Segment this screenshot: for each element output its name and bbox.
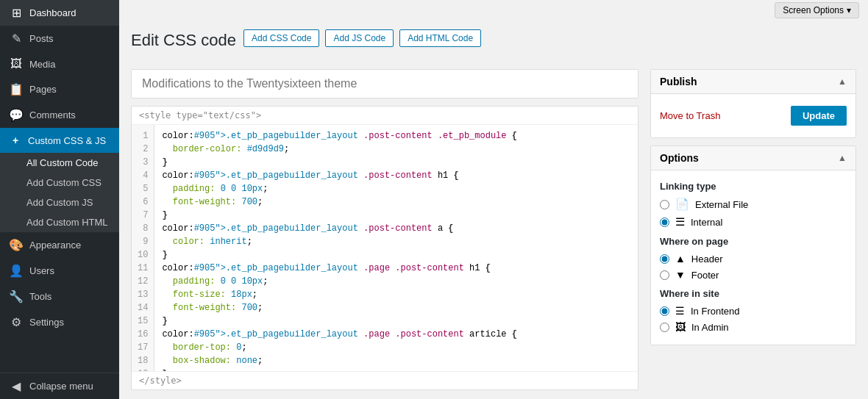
sidebar-item-dashboard[interactable]: ⊞ Dashboard <box>0 0 119 26</box>
add-html-button[interactable]: Add HTML Code <box>399 29 481 47</box>
collapse-icon: ◀ <box>9 379 24 393</box>
options-panel-body: Linking type 📄 External File ☰ Internal … <box>651 170 855 345</box>
sidebar-item-custom-css-js[interactable]: + Custom CSS & JS <box>0 128 119 153</box>
external-file-radio[interactable] <box>660 200 669 209</box>
sidebar-item-add-custom-html[interactable]: Add Custom HTML <box>0 212 119 232</box>
footer-icon: ▼ <box>675 269 686 281</box>
in-frontend-radio[interactable] <box>660 306 669 316</box>
header-label-text[interactable]: Header <box>691 254 723 265</box>
footer-row: ▼ Footer <box>660 269 847 281</box>
posts-icon: ✎ <box>9 32 24 46</box>
sidebar-item-label: Dashboard <box>29 7 77 18</box>
options-title: Options <box>660 152 699 164</box>
sidebar-item-tools[interactable]: 🔧 Tools <box>0 284 119 309</box>
options-arrow-icon: ▲ <box>838 153 847 163</box>
post-title-input[interactable] <box>131 69 638 98</box>
add-custom-html-label: Add Custom HTML <box>26 217 108 228</box>
sidebar-item-label: Comments <box>29 109 76 121</box>
code-body[interactable]: 123456789101112131415161718192021 color:… <box>132 125 638 371</box>
in-frontend-label-text[interactable]: In Frontend <box>691 306 740 317</box>
sidebar: ⊞ Dashboard ✎ Posts 🖼 Media 📋 Pages 💬 Co… <box>0 0 119 399</box>
where-on-page-label: Where on page <box>660 236 847 247</box>
add-css-button[interactable]: Add CSS Code <box>243 29 319 47</box>
internal-icon: ☰ <box>675 215 685 229</box>
header-icon: ▲ <box>675 253 686 265</box>
external-file-label-text[interactable]: External File <box>695 199 748 210</box>
sidebar-item-label: Pages <box>29 84 57 95</box>
publish-panel-header: Publish ▲ <box>651 70 855 94</box>
sidebar-item-all-custom-code[interactable]: All Custom Code <box>0 153 119 173</box>
chevron-down-icon: ▾ <box>847 5 851 15</box>
sidebar-item-label: Users <box>29 265 54 276</box>
internal-radio[interactable] <box>660 218 669 227</box>
internal-label-text[interactable]: Internal <box>691 217 722 228</box>
code-style-open-tag: <style type="text/css"> <box>132 107 638 125</box>
admin-icon: 🖼 <box>675 321 686 333</box>
publish-panel: Publish ▲ Move to Trash Update <box>650 69 856 138</box>
sidebar-item-settings[interactable]: ⚙ Settings <box>0 309 119 335</box>
add-js-button[interactable]: Add JS Code <box>325 29 394 47</box>
footer-radio[interactable] <box>660 270 669 280</box>
sidebar-item-add-custom-js[interactable]: Add Custom JS <box>0 193 119 212</box>
all-custom-code-label: All Custom Code <box>26 157 99 168</box>
code-lines[interactable]: color:#905">.et_pb_pagebuilder_layout .p… <box>154 125 638 371</box>
comments-icon: 💬 <box>9 108 24 122</box>
code-editor: <style type="text/css"> 1234567891011121… <box>131 106 638 390</box>
in-admin-radio[interactable] <box>660 323 669 332</box>
sidebar-item-pages[interactable]: 📋 Pages <box>0 76 119 102</box>
appearance-icon: 🎨 <box>9 238 24 252</box>
code-style-close-tag: </style> <box>132 371 638 389</box>
right-panel: Publish ▲ Move to Trash Update Options ▲ <box>650 69 856 390</box>
sidebar-item-media[interactable]: 🖼 Media <box>0 51 119 76</box>
external-file-row: 📄 External File <box>660 198 847 211</box>
in-frontend-row: ☰ In Frontend <box>660 305 847 317</box>
page-header: Edit CSS code Add CSS Code Add JS Code A… <box>119 21 868 60</box>
sidebar-item-label: Custom CSS & JS <box>28 135 106 146</box>
sidebar-item-label: Appearance <box>29 240 81 251</box>
screen-options-button[interactable]: Screen Options ▾ <box>775 2 859 18</box>
page-title-row: Edit CSS code Add CSS Code Add JS Code A… <box>131 29 856 51</box>
line-numbers: 123456789101112131415161718192021 <box>132 125 154 371</box>
content-area: <style type="text/css"> 1234567891011121… <box>119 60 868 399</box>
add-custom-js-label: Add Custom JS <box>26 197 93 208</box>
publish-title: Publish <box>660 76 697 87</box>
linking-type-label: Linking type <box>660 181 847 192</box>
in-admin-row: 🖼 In Admin <box>660 321 847 333</box>
file-icon: 📄 <box>675 198 689 211</box>
footer-label-text[interactable]: Footer <box>691 270 719 281</box>
header-buttons: Add CSS Code Add JS Code Add HTML Code <box>243 29 481 47</box>
sidebar-item-appearance[interactable]: 🎨 Appearance <box>0 232 119 258</box>
settings-icon: ⚙ <box>9 315 24 329</box>
publish-actions-row: Move to Trash Update <box>660 101 847 130</box>
main-content: Screen Options ▾ Edit CSS code Add CSS C… <box>119 0 868 399</box>
frontend-icon: ☰ <box>675 305 685 317</box>
publish-panel-body: Move to Trash Update <box>651 94 855 137</box>
update-button[interactable]: Update <box>791 106 847 126</box>
custom-css-icon: + <box>9 134 22 147</box>
where-in-site-label: Where in site <box>660 288 847 299</box>
sidebar-item-add-custom-css[interactable]: Add Custom CSS <box>0 173 119 193</box>
sidebar-item-comments[interactable]: 💬 Comments <box>0 102 119 128</box>
sidebar-item-posts[interactable]: ✎ Posts <box>0 26 119 51</box>
header-radio[interactable] <box>660 254 669 264</box>
sidebar-item-users[interactable]: 👤 Users <box>0 258 119 284</box>
users-icon: 👤 <box>9 264 24 278</box>
in-admin-label-text[interactable]: In Admin <box>691 322 729 333</box>
move-to-trash-link[interactable]: Move to Trash <box>660 110 720 121</box>
dashboard-icon: ⊞ <box>9 6 24 20</box>
sidebar-item-label: Tools <box>29 291 51 302</box>
options-panel: Options ▲ Linking type 📄 External File ☰… <box>650 145 856 345</box>
pages-icon: 📋 <box>9 82 24 96</box>
tools-icon: 🔧 <box>9 290 24 303</box>
sidebar-item-collapse-menu[interactable]: ◀ Collapse menu <box>0 373 119 399</box>
topbar: Screen Options ▾ <box>238 0 868 21</box>
media-icon: 🖼 <box>9 57 24 71</box>
internal-row: ☰ Internal <box>660 215 847 229</box>
add-custom-css-label: Add Custom CSS <box>26 177 102 188</box>
header-row: ▲ Header <box>660 253 847 265</box>
sidebar-item-label: Collapse menu <box>29 381 93 392</box>
screen-options-label: Screen Options <box>783 5 844 15</box>
publish-arrow-icon: ▲ <box>838 76 847 87</box>
sidebar-submenu-custom: All Custom Code Add Custom CSS Add Custo… <box>0 153 119 232</box>
options-panel-header: Options ▲ <box>651 146 855 170</box>
